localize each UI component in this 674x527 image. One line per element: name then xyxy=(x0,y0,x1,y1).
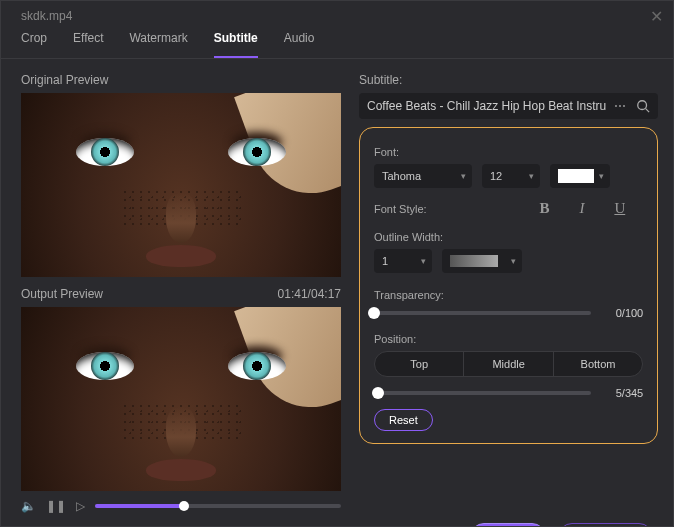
titlebar: skdk.mp4 ✕ xyxy=(1,1,673,31)
subtitle-file-name: Coffee Beats - Chill Jazz Hip Hop Beat I… xyxy=(367,99,606,113)
tab-bar: Crop Effect Watermark Subtitle Audio xyxy=(1,31,673,59)
font-size-dropdown[interactable]: 12 ▾ xyxy=(482,164,540,188)
window-filename: skdk.mp4 xyxy=(21,9,72,23)
tab-subtitle[interactable]: Subtitle xyxy=(214,31,258,58)
search-icon[interactable] xyxy=(636,99,650,113)
outline-width-dropdown[interactable]: 1 ▾ xyxy=(374,249,432,273)
subtitle-label: Subtitle: xyxy=(359,73,658,87)
chevron-down-icon: ▾ xyxy=(511,256,516,266)
left-column: Original Preview Output Preview 01:41/04… xyxy=(21,73,341,513)
play-icon[interactable]: ▷ xyxy=(76,499,85,513)
original-preview xyxy=(21,93,341,277)
cancel-button[interactable]: Cancel xyxy=(558,523,653,527)
subtitle-settings-panel: Font: Tahoma ▾ 12 ▾ ▾ Font Style: B xyxy=(359,127,658,444)
chevron-down-icon: ▾ xyxy=(461,171,466,181)
position-top[interactable]: Top xyxy=(375,352,464,376)
italic-icon[interactable]: I xyxy=(579,200,584,217)
font-color-dropdown[interactable]: ▾ xyxy=(550,164,610,188)
transparency-slider[interactable] xyxy=(374,311,591,315)
tab-watermark[interactable]: Watermark xyxy=(129,31,187,58)
position-value: 5/345 xyxy=(601,387,643,399)
tab-effect[interactable]: Effect xyxy=(73,31,103,58)
font-style-label: Font Style: xyxy=(374,203,427,215)
output-preview xyxy=(21,307,341,491)
timeline-slider[interactable] xyxy=(95,504,341,508)
position-label: Position: xyxy=(374,333,643,345)
reset-button[interactable]: Reset xyxy=(374,409,433,431)
ok-button[interactable]: OK xyxy=(470,523,545,527)
position-middle[interactable]: Middle xyxy=(464,352,553,376)
subtitle-file-row: Coffee Beats - Chill Jazz Hip Hop Beat I… xyxy=(359,93,658,119)
transparency-value: 0/100 xyxy=(601,307,643,319)
font-label: Font: xyxy=(374,146,643,158)
more-icon[interactable]: ⋯ xyxy=(614,99,628,113)
outline-width-label: Outline Width: xyxy=(374,231,643,243)
svg-line-1 xyxy=(646,109,650,113)
position-toggle: Top Middle Bottom xyxy=(374,351,643,377)
volume-icon[interactable]: 🔈 xyxy=(21,499,36,513)
outline-color-swatch xyxy=(450,255,498,267)
bold-icon[interactable]: B xyxy=(539,200,549,217)
font-family-dropdown[interactable]: Tahoma ▾ xyxy=(374,164,472,188)
time-display: 01:41/04:17 xyxy=(278,287,341,301)
position-bottom[interactable]: Bottom xyxy=(554,352,642,376)
right-column: Subtitle: Coffee Beats - Chill Jazz Hip … xyxy=(359,73,658,513)
footer: OK Cancel xyxy=(1,513,673,527)
color-swatch xyxy=(558,169,594,183)
tab-crop[interactable]: Crop xyxy=(21,31,47,58)
chevron-down-icon: ▾ xyxy=(529,171,534,181)
outline-color-dropdown[interactable]: ▾ xyxy=(442,249,522,273)
original-preview-label: Original Preview xyxy=(21,73,341,87)
play-controls: 🔈 ❚❚ ▷ xyxy=(21,499,341,513)
underline-icon[interactable]: U xyxy=(614,200,625,217)
output-preview-label: Output Preview xyxy=(21,287,103,301)
position-slider[interactable] xyxy=(374,391,591,395)
close-icon[interactable]: ✕ xyxy=(650,7,663,26)
chevron-down-icon: ▾ xyxy=(421,256,426,266)
transparency-label: Transparency: xyxy=(374,289,643,301)
svg-point-0 xyxy=(638,101,647,110)
chevron-down-icon: ▾ xyxy=(599,171,604,181)
tab-audio[interactable]: Audio xyxy=(284,31,315,58)
pause-icon[interactable]: ❚❚ xyxy=(46,499,66,513)
